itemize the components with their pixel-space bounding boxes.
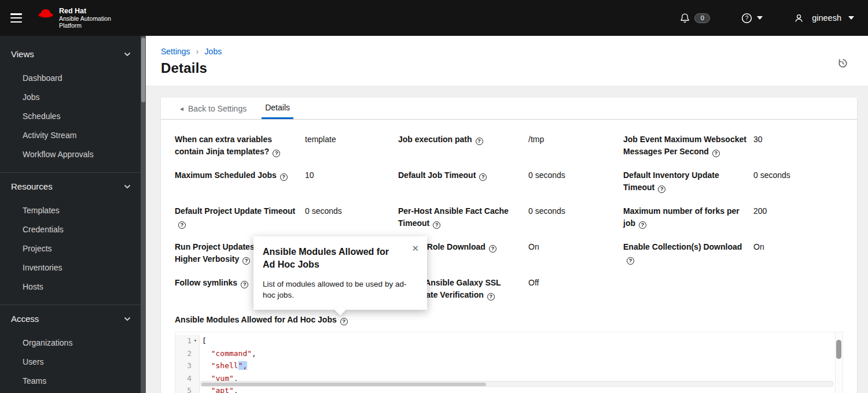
popover-title: Ansible Modules Allowed for Ad Hoc Jobs [263, 246, 418, 271]
breadcrumb-bar: Settings › Jobs Details [146, 36, 868, 86]
detail-field: Default Inventory Update Timeout? 0 seco… [623, 169, 843, 194]
detail-field-empty [623, 277, 843, 301]
field-label: Maximum number of forks per job? [623, 205, 753, 229]
popover-body: List of modules allowed to be used by ad… [263, 279, 418, 301]
code-section-label: Ansible Modules Allowed for Ad Hoc Jobs? [175, 314, 843, 326]
editor-horizontal-scrollbar[interactable] [200, 381, 834, 387]
nav-toggle-icon[interactable] [10, 13, 22, 23]
breadcrumb-settings[interactable]: Settings [161, 47, 190, 56]
username-label: gineesh [812, 13, 841, 23]
redhat-fedora-icon [37, 7, 54, 20]
field-value: Off [528, 277, 612, 289]
field-value: 30 [753, 134, 832, 146]
field-label: Default Job Timeout? [398, 169, 528, 181]
tab-details[interactable]: Details [262, 98, 293, 119]
sidebar-item-workflow-approvals[interactable]: Workflow Approvals [0, 145, 146, 164]
page-title: Details [161, 60, 854, 76]
nav-section-resources: Resources Templates Credentials Projects… [0, 172, 146, 302]
sidebar-item-inventories[interactable]: Inventories [0, 258, 146, 277]
code-line: 2 "command", [175, 347, 843, 360]
editor-vscroll-thumb[interactable] [836, 340, 841, 359]
help-icon[interactable]: ? [476, 138, 483, 145]
line-number: 5 [187, 384, 192, 393]
code-line: 1▾ [ [175, 335, 843, 347]
sidebar-item-schedules[interactable]: Schedules [0, 107, 146, 126]
brand-line3: Platform [59, 22, 111, 29]
breadcrumb-jobs[interactable]: Jobs [205, 47, 222, 56]
history-icon [837, 58, 848, 69]
field-value: template [305, 134, 387, 146]
help-icon[interactable]: ? [340, 318, 348, 325]
sidebar-item-credentials[interactable]: Credentials [0, 220, 146, 239]
sidebar-scrollbar-thumb[interactable] [141, 38, 145, 102]
nav-section-views: Views Dashboard Jobs Schedules Activity … [0, 44, 146, 170]
nav-group-label: Resources [11, 181, 53, 191]
help-icon[interactable]: ? [241, 281, 248, 288]
selected-text: ", [238, 361, 248, 370]
help-icon[interactable]: ? [479, 173, 487, 181]
svg-text:?: ? [745, 15, 749, 21]
field-value: 0 seconds [528, 169, 612, 181]
help-icon[interactable]: ? [242, 257, 250, 265]
chevron-down-icon [124, 317, 131, 321]
sidebar-item-jobs[interactable]: Jobs [0, 88, 146, 107]
user-menu-button[interactable]: gineesh [794, 13, 854, 23]
field-label: Per-Host Ansible Fact Cache Timeout? [398, 205, 528, 229]
detail-field: Maximum number of forks per job? 200 [623, 205, 843, 229]
nav-group-resources[interactable]: Resources [0, 176, 146, 196]
tab-bar: ◂ Back to Settings Details [161, 98, 857, 120]
notifications-button[interactable]: 0 [680, 13, 710, 23]
sidebar-item-templates[interactable]: Templates [0, 201, 146, 220]
nav-group-views[interactable]: Views [0, 44, 146, 64]
help-icon[interactable]: ? [658, 186, 665, 193]
sidebar-item-hosts[interactable]: Hosts [0, 277, 146, 296]
sidebar-item-users[interactable]: Users [0, 353, 146, 372]
field-value: 10 [305, 169, 387, 181]
history-button[interactable] [837, 58, 848, 71]
line-number: 3 [187, 359, 192, 372]
sidebar-item-projects[interactable]: Projects [0, 239, 146, 258]
detail-field: Ignore Ansible Galaxy SSL Certificate Ve… [398, 277, 623, 301]
help-icon[interactable]: ? [280, 173, 288, 181]
code-editor[interactable]: 1▾ [ 2 "command", 3 "shell", 4 "yum", [175, 332, 843, 393]
close-icon[interactable]: ✕ [411, 243, 419, 254]
sidebar-item-activity-stream[interactable]: Activity Stream [0, 126, 146, 145]
help-icon[interactable]: ? [627, 257, 634, 265]
field-label: When can extra variables contain Jinja t… [175, 134, 305, 158]
sidebar-item-teams[interactable]: Teams [0, 372, 146, 391]
editor-hscroll-thumb[interactable] [201, 383, 486, 386]
sidebar-item-organizations[interactable]: Organizations [0, 333, 146, 353]
help-icon[interactable]: ? [489, 245, 496, 253]
fold-toggle-icon[interactable]: ▾ [192, 335, 199, 347]
brand-text: Red Hat Ansible Automation Platform [59, 7, 111, 29]
help-icon[interactable]: ? [639, 221, 646, 229]
notification-count-badge: 0 [694, 13, 710, 23]
help-icon[interactable]: ? [178, 221, 186, 229]
detail-field: Enable Role Download? On [398, 241, 623, 265]
tab-back-label: Back to Settings [188, 104, 247, 113]
help-menu-button[interactable]: ? [741, 13, 763, 24]
field-label: Maximum Scheduled Jobs? [175, 169, 305, 181]
breadcrumb: Settings › Jobs [161, 46, 854, 56]
editor-vertical-scrollbar[interactable] [835, 332, 843, 393]
nav-group-access[interactable]: Access [0, 309, 146, 329]
field-value: /tmp [528, 134, 612, 146]
help-popover: Ansible Modules Allowed for Ad Hoc Jobs … [253, 236, 427, 310]
detail-field: When can extra variables contain Jinja t… [175, 134, 398, 158]
field-value: 200 [753, 205, 832, 217]
help-icon[interactable]: ? [273, 150, 280, 157]
field-value: On [528, 241, 612, 253]
help-icon[interactable]: ? [712, 150, 720, 157]
help-icon[interactable]: ? [433, 221, 440, 229]
brand-logo[interactable]: Red Hat Ansible Automation Platform [37, 7, 111, 29]
detail-field: Job execution path? /tmp [398, 134, 623, 158]
detail-field: Per-Host Ansible Fact Cache Timeout? 0 s… [398, 205, 623, 229]
field-value: On [753, 241, 832, 253]
tab-back-to-settings[interactable]: ◂ Back to Settings [175, 98, 251, 119]
sidebar-item-dashboard[interactable]: Dashboard [0, 69, 146, 88]
help-icon[interactable]: ? [487, 293, 495, 301]
sidebar-scrollbar[interactable] [141, 36, 146, 393]
masthead: Red Hat Ansible Automation Platform 0 ? [0, 0, 868, 36]
caret-left-icon: ◂ [180, 105, 183, 113]
chevron-down-icon [124, 184, 131, 189]
